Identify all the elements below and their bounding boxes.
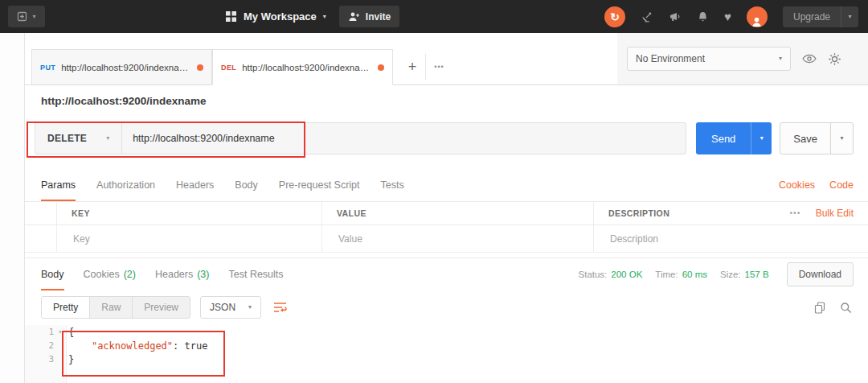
tab-pre-request-script[interactable]: Pre-request Script [279,169,360,201]
heart-icon[interactable]: ♥ [724,10,731,23]
search-icon[interactable] [840,302,852,314]
response-meta-bar: Body Cookies (2) Headers (3) Test Result… [25,257,868,290]
environment-select[interactable]: No Environment ▾ [627,47,791,71]
size-value: 157 B [745,270,769,279]
save-button[interactable]: Save ▾ [780,122,854,154]
fold-caret-icon[interactable]: ▾ [54,328,67,336]
value-column-header: VALUE [337,208,366,218]
key-column-header: KEY [72,208,90,218]
open-request-tabs: PUT http://localhost:9200/indexname DEL … [31,49,452,84]
cookies-label: Cookies [84,269,120,280]
chevron-down-icon[interactable]: ▾ [841,6,858,27]
save-options-caret-icon[interactable]: ▾ [830,123,853,154]
workspace-label: My Workspace [244,10,317,23]
response-tab-body[interactable]: Body [41,258,64,290]
indent [68,340,92,352]
collapsed-sidebar[interactable] [0,33,25,383]
key-input[interactable] [72,233,321,245]
response-tab-test-results[interactable]: Test Results [228,258,283,290]
method-label: DELETE [47,133,87,144]
code-line-3: 3 } [25,352,868,366]
view-raw-button[interactable]: Raw [90,297,133,318]
request-tab-delete[interactable]: DEL http://localhost:9200/indexname [212,49,393,85]
upgrade-button[interactable]: Upgrade ▾ [783,6,858,27]
invite-label: Invite [366,11,391,23]
request-tab-strip: PUT http://localhost:9200/indexname DEL … [25,33,868,85]
time-label: Time: [655,270,678,279]
wrap-text-icon[interactable] [272,301,289,314]
avatar[interactable] [747,6,768,27]
status-label: Status: [579,270,608,279]
code-link[interactable]: Code [829,179,854,191]
megaphone-icon[interactable] [669,10,682,23]
chevron-down-icon: ▾ [106,135,109,142]
tab-body[interactable]: Body [235,169,258,201]
format-label: JSON [210,302,235,313]
method-select[interactable]: DELETE ▾ [35,123,122,154]
code-text: } [67,354,74,365]
request-tab-put[interactable]: PUT http://localhost:9200/indexname [31,49,212,84]
environment-panel: No Environment ▾ [617,33,868,84]
description-input[interactable] [608,233,868,245]
tab-method-label: PUT [40,64,55,72]
format-select[interactable]: JSON ▾ [200,296,261,319]
headers-label: Headers [155,269,193,280]
tab-headers[interactable]: Headers [176,169,214,201]
satellite-icon[interactable] [641,10,653,23]
bulk-edit-link[interactable]: Bulk Edit [816,208,854,219]
time-value: 60 ms [682,270,707,279]
send-options-caret-icon[interactable]: ▾ [751,122,772,154]
workspace-switcher[interactable]: My Workspace ▾ [244,10,326,23]
code-text: "acknowledged": true [67,340,207,352]
sync-button[interactable]: ↻ [604,6,625,27]
params-more-button[interactable]: ••• [790,209,801,217]
bell-icon[interactable] [697,10,709,23]
avatar-person-icon [751,16,763,27]
chevron-down-icon: ▾ [248,304,252,311]
new-tab-button[interactable]: + [399,54,425,80]
view-preview-button[interactable]: Preview [133,297,190,318]
tab-options-button[interactable]: ••• [425,54,452,80]
tab-method-label: DEL [221,64,236,72]
json-separator: : [173,340,184,352]
upgrade-label: Upgrade [783,6,841,27]
environment-settings-gear-icon[interactable] [828,52,841,66]
params-table-header: KEY VALUE DESCRIPTION ••• Bulk Edit [25,201,868,225]
response-tab-headers[interactable]: Headers (3) [155,258,210,290]
request-tabs: Params Authorization Headers Body Pre-re… [25,169,868,201]
environment-label: No Environment [636,53,779,64]
size-badge: Size: 157 B [720,270,769,279]
json-key: "acknowledged" [92,340,173,352]
request-title: http://localhost:9200/indexname [41,95,207,107]
size-label: Size: [720,270,741,279]
workspace-grid-icon[interactable] [226,11,236,22]
copy-icon[interactable] [814,302,825,314]
request-title-bar: http://localhost:9200/indexname [25,85,868,116]
time-badge: Time: 60 ms [655,270,707,279]
cookies-count: (2) [124,269,136,280]
environment-preview-eye-icon[interactable] [802,54,817,64]
value-input[interactable] [337,233,593,245]
invite-button[interactable]: Invite [339,6,399,27]
url-input[interactable] [122,123,686,154]
new-button[interactable]: ▾ [8,6,45,27]
view-pretty-button[interactable]: Pretty [42,297,90,318]
send-label: Send [696,122,751,154]
json-value: true [185,340,208,352]
headers-count: (3) [197,269,209,280]
send-button[interactable]: Send ▾ [696,122,772,154]
request-builder: DELETE ▾ Send ▾ Save ▾ [25,116,868,161]
tab-params[interactable]: Params [41,169,76,201]
url-box: DELETE ▾ [35,122,686,154]
unsaved-dot-icon [197,64,203,71]
download-button[interactable]: Download [787,262,854,286]
params-empty-row [25,225,868,253]
topbar-center: My Workspace ▾ Invite [226,0,399,33]
tab-authorization[interactable]: Authorization [96,169,155,201]
cookies-link[interactable]: Cookies [779,179,815,191]
tab-tests[interactable]: Tests [381,169,404,201]
invite-person-icon [348,11,360,22]
response-tab-cookies[interactable]: Cookies (2) [84,258,136,290]
description-column-header: DESCRIPTION [608,208,669,218]
row-select-cell [25,202,57,224]
